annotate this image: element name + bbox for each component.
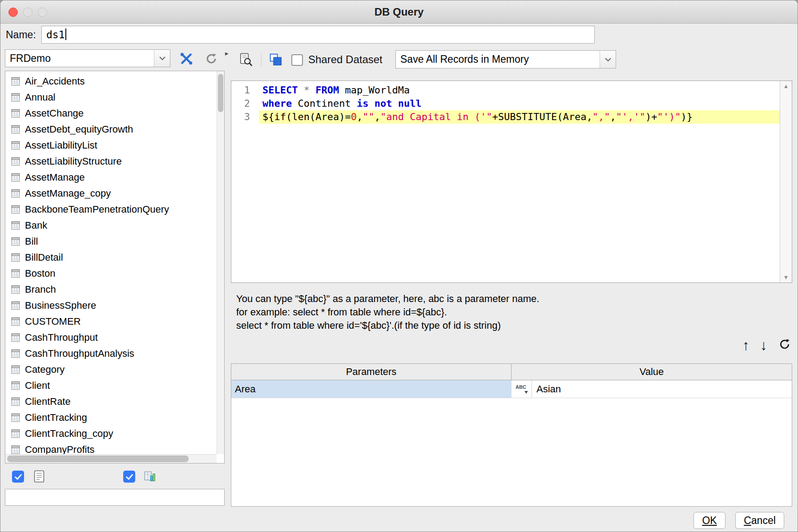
table-icon xyxy=(11,141,20,150)
table-icon xyxy=(11,349,20,359)
table-list-item[interactable]: BackboneTeamPenetrationQuery xyxy=(5,202,217,218)
table-name: AssetManage_copy xyxy=(25,188,111,199)
tables-vertical-scrollbar[interactable] xyxy=(217,71,224,454)
table-list-item[interactable]: BillDetail xyxy=(5,250,217,266)
refresh-tables-button[interactable] xyxy=(202,50,221,67)
ok-button[interactable]: OK xyxy=(693,512,725,529)
table-name: AssetLiabilityStructure xyxy=(25,156,122,167)
line-number: 2 xyxy=(231,97,259,110)
table-list-item[interactable]: CUSTOMER xyxy=(5,314,217,330)
connection-dropdown-value: FRDemo xyxy=(5,52,154,64)
table-list-item[interactable]: CompanyProfits xyxy=(5,442,217,454)
table-list-item[interactable]: AssetManage_copy xyxy=(5,185,217,202)
move-up-icon[interactable]: ↑ xyxy=(742,338,750,353)
help-line: select * from table where id='${abc}'.(i… xyxy=(236,319,539,332)
preview-button[interactable] xyxy=(237,51,254,68)
table-list-item[interactable]: CashThroughputAnalysis xyxy=(5,346,217,362)
cancel-button[interactable]: Cancel xyxy=(735,512,784,529)
views-filter-icon xyxy=(144,470,157,483)
tables-panel: Air_AccidentsAnnualAssetChangeAssetDebt_… xyxy=(5,71,225,463)
table-list-item[interactable]: Bill xyxy=(5,234,217,250)
name-label: Name: xyxy=(6,29,36,41)
refresh-parameters-icon[interactable] xyxy=(778,338,791,353)
chevron-down-icon[interactable] xyxy=(154,50,170,67)
table-name: AssetLiabilityList xyxy=(25,140,97,151)
editor-vertical-scrollbar[interactable]: ▲ ▼ xyxy=(780,81,792,282)
table-list-item[interactable]: CashThroughput xyxy=(5,330,217,346)
chevron-down-icon[interactable] xyxy=(600,51,616,68)
table-type-filters xyxy=(5,468,225,486)
zoom-window-button[interactable] xyxy=(38,8,47,17)
table-list-item[interactable]: ClientTracking_copy xyxy=(5,426,217,442)
sql-code-lines[interactable]: SELECT * FROM map_WorldMawhere Continent… xyxy=(259,81,780,282)
export-dataset-button[interactable] xyxy=(267,51,284,68)
show-views-checkbox[interactable] xyxy=(123,471,135,483)
table-list-item[interactable]: AssetDebt_equityGrowth xyxy=(5,121,217,137)
table-search-input[interactable] xyxy=(5,489,225,506)
table-list-item[interactable]: Client xyxy=(5,378,217,394)
table-name: CashThroughput xyxy=(25,332,98,343)
value-column-header[interactable]: Value xyxy=(512,364,792,380)
table-list-item[interactable]: AssetLiabilityStructure xyxy=(5,153,217,169)
table-icon xyxy=(11,269,20,278)
shared-dataset-checkbox[interactable] xyxy=(291,54,303,66)
table-list-item[interactable]: ClientTracking xyxy=(5,410,217,426)
parameter-value-cell[interactable]: Asian xyxy=(532,380,792,398)
table-name: BillDetail xyxy=(25,252,63,263)
titlebar: DB Query xyxy=(0,0,798,24)
table-icon xyxy=(11,285,20,294)
scroll-down-icon[interactable]: ▼ xyxy=(780,274,792,281)
dataset-name-value: ds1 xyxy=(46,29,65,40)
line-number: 1 xyxy=(231,84,259,97)
table-name: BackboneTeamPenetrationQuery xyxy=(25,204,169,215)
scroll-up-icon[interactable]: ▲ xyxy=(780,83,792,89)
table-list-item[interactable]: Annual xyxy=(5,89,217,105)
sql-code-line: ${if(len(Area)=0,"","and Capital in ('"+… xyxy=(259,110,780,124)
dataset-name-input[interactable]: ds1 xyxy=(41,26,595,44)
table-list-item[interactable]: Boston xyxy=(5,266,217,282)
db-query-dialog: DB Query Name: ds1 FRDemo Air_AccidentsA… xyxy=(0,0,798,532)
panel-splitter[interactable]: ▸ xyxy=(225,49,231,463)
table-name: ClientRate xyxy=(25,396,71,407)
show-tables-checkbox[interactable] xyxy=(12,471,24,483)
parameter-row[interactable]: AreaABCAsian xyxy=(231,380,792,398)
table-name: CUSTOMER xyxy=(25,316,81,327)
tables-horizontal-scrollbar[interactable] xyxy=(5,454,217,463)
table-list-item[interactable]: Air_Accidents xyxy=(5,73,217,89)
parameters-table-header: Parameters Value xyxy=(231,364,792,380)
table-list-item[interactable]: ClientRate xyxy=(5,394,217,410)
table-list-item[interactable]: AssetChange xyxy=(5,105,217,121)
table-list-item[interactable]: BusinessSphere xyxy=(5,298,217,314)
table-name: Client xyxy=(25,380,50,391)
scrollbar-thumb[interactable] xyxy=(218,74,223,112)
parameters-column-header[interactable]: Parameters xyxy=(231,364,512,380)
sql-editor[interactable]: 123 SELECT * FROM map_WorldMawhere Conti… xyxy=(231,81,792,283)
scrollbar-thumb[interactable] xyxy=(7,455,189,462)
table-list-item[interactable]: AssetLiabilityList xyxy=(5,137,217,153)
line-number: 3 xyxy=(231,110,259,124)
table-name: Air_Accidents xyxy=(25,76,85,87)
parameters-rows: AreaABCAsian xyxy=(231,380,792,398)
move-down-icon[interactable]: ↓ xyxy=(760,338,767,353)
table-list-item[interactable]: Branch xyxy=(5,282,217,298)
connection-settings-button[interactable] xyxy=(177,50,196,67)
table-icon xyxy=(11,77,20,86)
connection-dropdown[interactable]: FRDemo xyxy=(5,49,170,67)
toolbar-separator xyxy=(261,53,262,66)
text-caret xyxy=(65,28,66,40)
close-window-button[interactable] xyxy=(8,8,18,17)
table-name: AssetChange xyxy=(25,108,84,119)
minimize-window-button[interactable] xyxy=(23,8,32,17)
parameter-type-button[interactable]: ABC xyxy=(512,380,532,398)
table-list-item[interactable]: Bank xyxy=(5,218,217,234)
table-name: Bill xyxy=(25,236,38,247)
table-icon xyxy=(11,109,20,118)
parameter-name-cell[interactable]: Area xyxy=(231,380,512,398)
storage-mode-dropdown[interactable]: Save All Records in Memory xyxy=(395,50,616,69)
splitter-collapse-icon[interactable]: ▸ xyxy=(225,49,229,57)
table-list-item[interactable]: Category xyxy=(5,362,217,378)
sql-code-line: where Continent is not null xyxy=(259,97,780,110)
table-list-item[interactable]: AssetManage xyxy=(5,169,217,185)
tables-list: Air_AccidentsAnnualAssetChangeAssetDebt_… xyxy=(5,71,217,454)
sql-gutter: 123 xyxy=(231,81,259,282)
